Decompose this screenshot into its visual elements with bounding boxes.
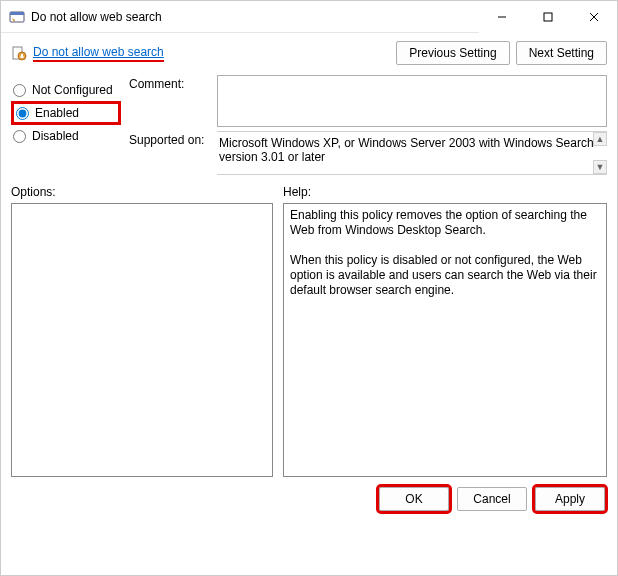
radio-enabled[interactable]: Enabled (11, 101, 121, 125)
window-title: Do not allow web search (31, 10, 479, 24)
ok-button[interactable]: OK (379, 487, 449, 511)
cancel-button[interactable]: Cancel (457, 487, 527, 511)
close-button[interactable] (571, 1, 617, 33)
comment-label: Comment: (129, 75, 209, 91)
apply-button[interactable]: Apply (535, 487, 605, 511)
policy-icon (11, 45, 27, 61)
radio-enabled-label: Enabled (35, 106, 79, 120)
previous-setting-button[interactable]: Previous Setting (396, 41, 509, 65)
radio-not-configured-input[interactable] (13, 84, 26, 97)
scroll-down-icon[interactable]: ▼ (593, 160, 607, 174)
radio-enabled-input[interactable] (16, 107, 29, 120)
options-pane[interactable] (11, 203, 273, 477)
policy-name-link[interactable]: Do not allow web search (33, 45, 164, 62)
help-label: Help: (283, 185, 607, 199)
pane-labels: Options: Help: (1, 175, 617, 201)
supported-on-label: Supported on: (129, 131, 209, 147)
minimize-button[interactable] (479, 1, 525, 33)
svg-rect-3 (544, 13, 552, 21)
radio-not-configured[interactable]: Not Configured (11, 79, 121, 101)
maximize-button[interactable] (525, 1, 571, 33)
header-row: Do not allow web search Previous Setting… (1, 33, 617, 71)
comment-textarea[interactable] (217, 75, 607, 127)
next-setting-button[interactable]: Next Setting (516, 41, 607, 65)
radio-not-configured-label: Not Configured (32, 83, 113, 97)
help-pane[interactable]: Enabling this policy removes the option … (283, 203, 607, 477)
scroll-up-icon[interactable]: ▲ (593, 132, 607, 146)
supported-on-value: Microsoft Windows XP, or Windows Server … (219, 136, 594, 164)
panes: Enabling this policy removes the option … (1, 201, 617, 477)
options-label: Options: (11, 185, 273, 199)
radio-disabled[interactable]: Disabled (11, 125, 121, 147)
dialog-footer: OK Cancel Apply (1, 477, 617, 521)
svg-rect-1 (10, 12, 24, 15)
config-section: Not Configured Enabled Disabled Comment:… (1, 71, 617, 175)
svg-rect-9 (21, 56, 24, 58)
app-icon (9, 9, 25, 25)
supported-on-text: Microsoft Windows XP, or Windows Server … (217, 131, 607, 175)
svg-rect-8 (21, 54, 23, 56)
help-text: Enabling this policy removes the option … (290, 208, 600, 297)
window-controls (479, 1, 617, 32)
state-radio-group: Not Configured Enabled Disabled (11, 75, 121, 175)
radio-disabled-label: Disabled (32, 129, 79, 143)
title-bar: Do not allow web search (1, 1, 617, 33)
radio-disabled-input[interactable] (13, 130, 26, 143)
